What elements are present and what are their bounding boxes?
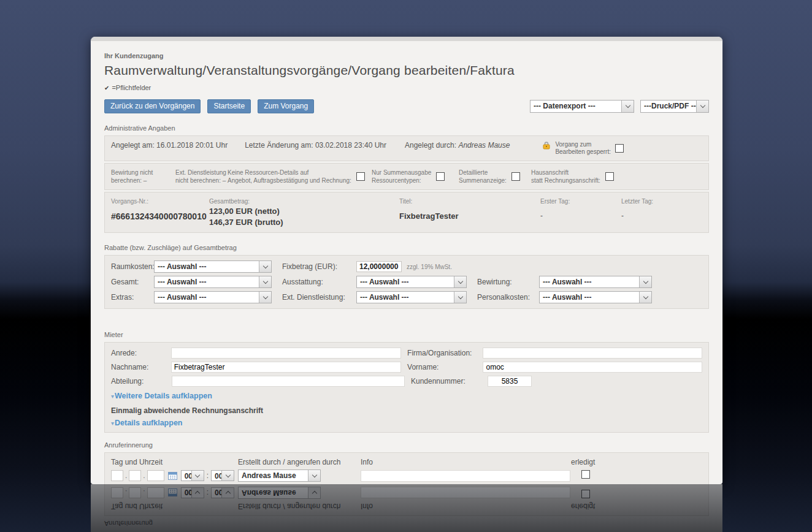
detaillierte-summenanzeige-checkbox[interactable]	[511, 172, 520, 181]
angelegt-am: Angelegt am: 16.01.2018 20:01 Uhr	[111, 141, 228, 150]
app-window: Ihr Kundenzugang Raumverwaltung/Veransta…	[91, 37, 722, 484]
calendar-icon[interactable]	[168, 471, 177, 480]
page-reflection: Ihr Kundenzugang Raumverwaltung/Veransta…	[91, 484, 722, 532]
top-toolbar: Zurück zu den Vorgängen Startseite Zum V…	[104, 99, 709, 113]
ext-dienstleistung-select[interactable]: --- Auswahl ---	[356, 291, 467, 303]
month-input[interactable]	[129, 470, 141, 481]
titel-cell: Titel: FixbetragTester	[399, 198, 540, 227]
chevron-down-icon	[191, 471, 204, 481]
info-cell	[361, 469, 571, 482]
bewirtung-label: Bewirtung:	[477, 278, 539, 286]
minute-select[interactable]: 00	[211, 470, 234, 481]
extras-select[interactable]: --- Auswahl ---	[154, 291, 272, 303]
flag-summenausgabe: Nur SummenausgabeRessourcentypen:	[372, 169, 459, 184]
section-title-mieter: Mieter	[104, 331, 709, 338]
gesperrt-checkbox[interactable]	[615, 144, 624, 153]
required-fields-label: =Pflichtfelder	[112, 84, 151, 91]
firma-label: Firma/Organisation:	[407, 349, 483, 357]
anruf-box: Tag und Uhrzeit Erstellt durch / angeruf…	[104, 452, 709, 484]
vorgangs-nr-value: #6661324340000780010	[111, 211, 209, 221]
keine-ressourcen-details-checkbox[interactable]	[356, 172, 365, 181]
section-title-anruferinnerung: Anruferinnerung	[104, 441, 709, 449]
ext-dienstleistung-label: Ext. Dienstleistung:	[282, 293, 356, 302]
letzter-tag-cell: Letzter Tag: -	[621, 198, 702, 227]
erledigt-checkbox[interactable]	[581, 470, 590, 479]
flag-keine-ressourcen-details: Keine Ressourcen-Details aufAngebot, Auf…	[228, 169, 372, 184]
caret-down-icon: ▾	[111, 420, 114, 427]
firma-input[interactable]	[483, 348, 702, 359]
back-to-vorgaenge-button[interactable]: Zurück zu den Vorgängen	[104, 99, 201, 113]
admin-summary-row: Vorgangs-Nr.: #6661324340000780010 Gesam…	[104, 192, 709, 233]
datenexport-select[interactable]: --- Datenexport ---	[530, 100, 634, 113]
startseite-button[interactable]: Startseite	[207, 99, 251, 113]
gesamt-select[interactable]: --- Auswahl ---	[154, 276, 272, 288]
flag-ext-dienstleistung: Ext. Dienstleistungnicht berechnen: –	[175, 169, 228, 184]
breadcrumb-root: Ihr Kundenzugang	[104, 52, 709, 59]
raumkosten-select[interactable]: --- Auswahl ---	[154, 260, 272, 273]
bewirtung-select[interactable]: --- Auswahl ---	[539, 276, 652, 288]
section-title-rabatte: Rabatte (bzw. Zuschläge) auf Gesamtbetra…	[104, 244, 709, 251]
abteilung-label: Abteilung:	[111, 377, 172, 386]
flag-bewirtung: Bewirtung nichtberechnen: –	[111, 169, 175, 184]
date-time-group: .. 00	[111, 470, 238, 481]
erledigt-cell	[571, 470, 702, 481]
lock-icon	[542, 141, 551, 150]
checkmark-icon: ✔	[104, 85, 109, 91]
vorgangs-nr-label: Vorgangs-Nr.:	[111, 198, 209, 205]
hour-select[interactable]: 00	[181, 470, 204, 481]
chevron-down-icon	[639, 276, 651, 287]
angelegt-am-label: Angelegt am:	[111, 141, 155, 150]
lock-block: Vorgang zum Bearbeiten gesperrt:	[542, 141, 624, 156]
angelegt-durch-value: Andreas Mause	[458, 141, 510, 150]
erledigt-header: erledigt	[571, 458, 702, 466]
info-input[interactable]	[361, 470, 570, 482]
chevron-down-icon	[221, 471, 234, 481]
details-aufklappen-link[interactable]: ▾Details aufklappen	[111, 419, 182, 427]
letzte-aenderung-value: 03.02.2018 23:40 Uhr	[315, 141, 386, 150]
mwst-note: zzgl. 19% MwSt.	[407, 264, 452, 270]
personalkosten-label: Personalkosten:	[477, 293, 539, 302]
required-fields-note: ✔ =Pflichtfelder	[104, 84, 709, 91]
angelegt-durch-label: Angelegt durch:	[405, 141, 456, 150]
chevron-down-icon	[454, 292, 466, 303]
personalkosten-select[interactable]: --- Auswahl ---	[539, 291, 652, 303]
fixbetrag-input[interactable]	[356, 261, 402, 272]
abteilung-input[interactable]	[172, 376, 405, 387]
hausanschrift-checkbox[interactable]	[605, 172, 614, 181]
druck-pdf-select[interactable]: ---Druck/PDF ---	[640, 100, 709, 113]
ausstattung-select[interactable]: --- Auswahl ---	[356, 276, 467, 288]
tag-uhrzeit-header: Tag und Uhrzeit	[111, 458, 238, 466]
vorname-input[interactable]	[483, 362, 702, 373]
letzte-aenderung-label: Letzte Änderung am:	[245, 141, 313, 150]
person-cell: Andreas Mause	[238, 469, 361, 482]
chevron-down-icon	[621, 101, 634, 112]
abweichende-rechnungsanschrift-label: Einmalig abweichende Rechnungsanschrift	[111, 406, 702, 415]
nachname-input[interactable]	[171, 362, 401, 373]
titel-value: FixbetragTester	[399, 211, 540, 221]
datenexport-select-value: --- Datenexport ---	[530, 101, 621, 112]
nachname-label: Nachname:	[111, 363, 171, 371]
erster-tag-cell: Erster Tag: -	[540, 198, 621, 227]
vorname-label: Vorname:	[407, 363, 483, 371]
vorgangs-nr-cell: Vorgangs-Nr.: #6661324340000780010	[111, 198, 209, 227]
kundennummer-input[interactable]	[488, 376, 532, 387]
admin-meta-row: Angelegt am: 16.01.2018 20:01 Uhr Letzte…	[104, 135, 709, 161]
erster-tag-label: Erster Tag:	[540, 198, 621, 205]
druck-pdf-select-value: ---Druck/PDF ---	[641, 101, 696, 112]
gesamt-label: Gesamt:	[111, 278, 154, 286]
erstellt-durch-select[interactable]: Andreas Mause	[238, 469, 321, 482]
year-input[interactable]	[147, 470, 164, 481]
fixbetrag-label: Fixbetrag (EUR):	[282, 262, 356, 271]
flag-hausanschrift: Hausanschriftstatt Rechnungsanschrift:	[531, 169, 617, 184]
gesperrt-label: Vorgang zum Bearbeiten gesperrt:	[555, 141, 611, 156]
anrede-label: Anrede:	[111, 349, 171, 357]
zum-vorgang-button[interactable]: Zum Vorgang	[258, 99, 314, 113]
mieter-box: Anrede: Firma/Organisation: Nachname: Vo…	[104, 342, 709, 433]
kundennummer-label: Kundennummer:	[411, 377, 488, 386]
titel-label: Titel:	[399, 198, 540, 205]
weitere-details-link[interactable]: ▾Weitere Details aufklappen	[111, 392, 212, 400]
page-title: Raumverwaltung/Veranstaltungsvorgänge/Vo…	[104, 63, 709, 78]
day-input[interactable]	[111, 470, 123, 481]
summenausgabe-checkbox[interactable]	[436, 172, 445, 181]
anrede-input[interactable]	[171, 348, 401, 359]
